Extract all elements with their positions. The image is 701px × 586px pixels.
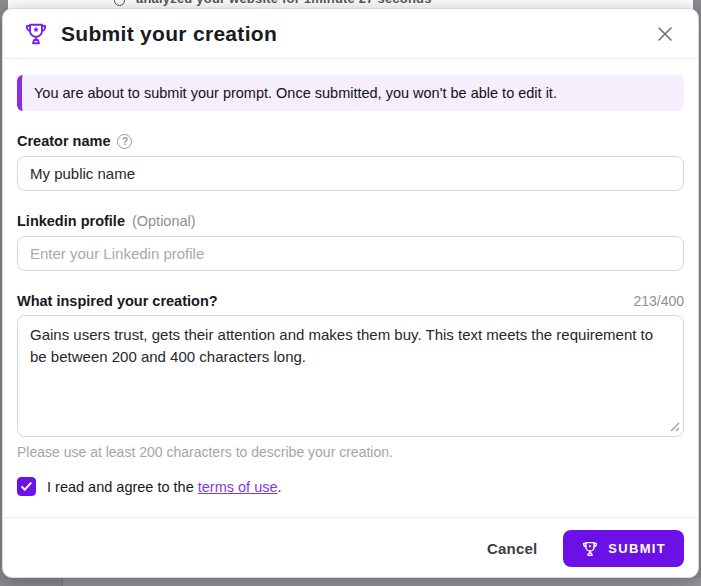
submit-button[interactable]: SUBMIT <box>563 530 684 567</box>
trophy-icon <box>581 540 599 558</box>
submit-creation-dialog: Submit your creation You are about to su… <box>2 8 699 578</box>
linkedin-label-row: Linkedin profile (Optional) <box>17 213 684 229</box>
agreement-text-after: . <box>278 479 282 495</box>
linkedin-optional-label: (Optional) <box>132 213 196 229</box>
submit-button-label: SUBMIT <box>608 541 666 556</box>
dialog-title: Submit your creation <box>61 22 640 46</box>
agreement-row: I read and agree to the terms of use. <box>17 477 684 496</box>
linkedin-input[interactable] <box>17 236 684 271</box>
checkmark-icon <box>20 480 33 493</box>
info-banner: You are about to submit your prompt. Onc… <box>17 75 684 111</box>
agreement-text: I read and agree to the terms of use. <box>47 479 282 495</box>
help-icon[interactable]: ? <box>117 134 132 149</box>
close-icon[interactable] <box>652 21 678 47</box>
creator-name-label-row: Creator name ? <box>17 133 684 149</box>
inspiration-textarea-wrap: Gains users trust, gets their attention … <box>17 315 684 437</box>
dialog-header: Submit your creation <box>3 9 698 59</box>
creator-name-label: Creator name <box>17 133 110 149</box>
linkedin-label: Linkedin profile <box>17 213 125 229</box>
inspiration-label: What inspired your creation? <box>17 293 218 309</box>
cancel-button[interactable]: Cancel <box>487 540 537 557</box>
status-circle-icon <box>114 0 125 6</box>
inspiration-textarea[interactable]: Gains users trust, gets their attention … <box>17 315 684 437</box>
dialog-body: You are about to submit your prompt. Onc… <box>3 59 698 496</box>
dialog-footer: Cancel SUBMIT <box>3 517 698 578</box>
background-status-text: analyzed your website for 1minute 27 sec… <box>136 0 432 6</box>
char-counter: 213/400 <box>633 293 684 309</box>
background-page-bottom <box>0 578 701 586</box>
inspiration-label-row: What inspired your creation? 213/400 <box>17 293 684 309</box>
terms-of-use-link[interactable]: terms of use <box>198 479 278 495</box>
agreement-text-before: I read and agree to the <box>47 479 198 495</box>
inspiration-helper-text: Please use at least 200 characters to de… <box>17 444 684 460</box>
creator-name-input[interactable] <box>17 156 684 191</box>
info-banner-text: You are about to submit your prompt. Onc… <box>34 85 557 101</box>
agree-checkbox[interactable] <box>17 477 36 496</box>
background-sidebar-edge <box>0 578 63 586</box>
trophy-icon <box>23 21 49 47</box>
